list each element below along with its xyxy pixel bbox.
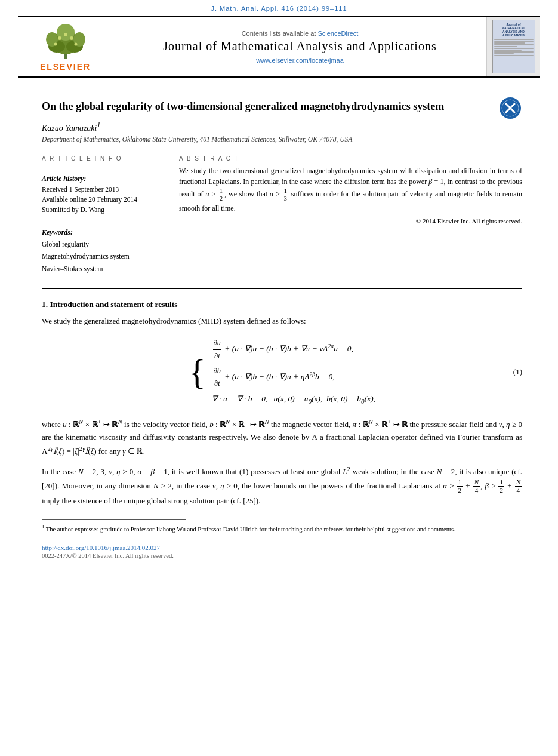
keywords-group: Keywords: Global regularity Magnetohydro…: [42, 228, 167, 275]
equation-system: { ∂u∂t + (u · ∇)u − (b · ∇)b + ∇π + νΛ2α…: [189, 337, 375, 407]
sciencedirect-line: Contents lists available at ScienceDirec…: [242, 30, 359, 37]
article-history: Article history: Received 1 September 20…: [42, 174, 167, 216]
journal-reference: J. Math. Anal. Appl. 416 (2014) 99–111: [0, 0, 558, 16]
journal-title-area: Contents lists available at ScienceDirec…: [113, 17, 486, 76]
svg-point-11: [74, 43, 77, 46]
header-divider: [42, 149, 522, 149]
journal-thumbnail: Journal ofMATHEMATICALANALYSIS ANDAPPLIC…: [492, 20, 535, 73]
elsevier-logo-area: ELSEVIER: [18, 17, 113, 76]
keyword-2: Magnetohydrodynamics system: [42, 250, 167, 263]
equation-lines: ∂u∂t + (u · ∇)u − (b · ∇)b + ∇π + νΛ2αu …: [212, 337, 375, 407]
svg-point-10: [54, 43, 57, 46]
main-content: On the global regularity of two-dimensio…: [0, 78, 558, 571]
received-date: Received 1 September 2013: [42, 185, 167, 195]
available-date: Available online 20 February 2014: [42, 195, 167, 205]
sciencedirect-link[interactable]: ScienceDirect: [317, 30, 358, 37]
crossmark-icon: [498, 96, 522, 120]
intro-para-2: where u : ℝN × ℝ+ ↦ ℝN is the velocity v…: [42, 417, 522, 458]
keyword-3: Navier–Stokes system: [42, 263, 167, 275]
footnote-divider: [42, 519, 186, 520]
journal-title: Journal of Mathematical Analysis and App…: [163, 39, 436, 53]
svg-point-7: [58, 36, 61, 40]
keywords-divider: [42, 222, 167, 222]
info-divider: [42, 168, 167, 168]
footnote-1: 1 The author expresses gratitude to Prof…: [42, 523, 522, 534]
journal-thumbnail-area: Journal ofMATHEMATICALANALYSIS ANDAPPLIC…: [486, 17, 540, 76]
equation-1: { ∂u∂t + (u · ∇)u − (b · ∇)b + ∇π + νΛ2α…: [42, 337, 522, 407]
elsevier-tree-icon: [39, 21, 93, 60]
keywords-list: Global regularity Magnetohydrodynamics s…: [42, 238, 167, 275]
article-title: On the global regularity of two-dimensio…: [42, 99, 522, 114]
svg-point-8: [70, 36, 73, 40]
svg-point-9: [64, 33, 67, 36]
eq-line-3: ∇ · u = ∇ · b = 0, u(x, 0) = u0(x), b(x,…: [212, 392, 375, 407]
eq-line-1: ∂u∂t + (u · ∇)u − (b · ∇)b + ∇π + νΛ2αu …: [212, 337, 375, 362]
copyright-notice: © 2014 Elsevier Inc. All rights reserved…: [179, 217, 522, 225]
submitted-by: Submitted by D. Wang: [42, 205, 167, 215]
article-info-column: A R T I C L E I N F O Article history: R…: [42, 155, 167, 280]
history-label: Article history:: [42, 174, 167, 183]
intro-para-1: We study the generalized magnetohydrodyn…: [42, 315, 522, 328]
keyword-1: Global regularity: [42, 238, 167, 251]
author-superscript: 1: [97, 121, 100, 129]
journal-header: ELSEVIER Contents lists available at Sci…: [18, 16, 540, 78]
intro-para-3: In the case N = 2, 3, ν, η > 0, α = β = …: [42, 464, 522, 507]
elsevier-wordmark: ELSEVIER: [40, 62, 91, 72]
author-name: Kazuo Yamazaki1: [42, 121, 522, 133]
keywords-label: Keywords:: [42, 228, 167, 237]
abstract-text: We study the two-dimensional generalized…: [179, 165, 522, 214]
abstract-label: A B S T R A C T: [179, 155, 522, 162]
contents-text: Contents lists available at: [242, 30, 316, 37]
abstract-column: A B S T R A C T We study the two-dimensi…: [179, 155, 522, 280]
content-divider: [42, 288, 522, 289]
doi-link[interactable]: http://dx.doi.org/10.1016/j.jmaa.2014.02…: [42, 544, 522, 551]
journal-url[interactable]: www.elsevier.com/locate/jmaa: [256, 57, 344, 64]
article-info-label: A R T I C L E I N F O: [42, 155, 167, 162]
author-affiliation: Department of Mathematics, Oklahoma Stat…: [42, 136, 522, 143]
section-1-heading: 1. Introduction and statement of results: [42, 300, 522, 309]
equation-number-1: (1): [513, 367, 522, 377]
article-info-abstract: A R T I C L E I N F O Article history: R…: [42, 155, 522, 280]
eq-line-2: ∂b∂t + (u · ∇)b − (b · ∇)u + ηΛ2βb = 0,: [212, 365, 375, 390]
issn-line: 0022-247X/© 2014 Elsevier Inc. All right…: [42, 552, 522, 559]
footnote-number: 1: [42, 524, 44, 530]
brace-icon: {: [189, 354, 206, 390]
